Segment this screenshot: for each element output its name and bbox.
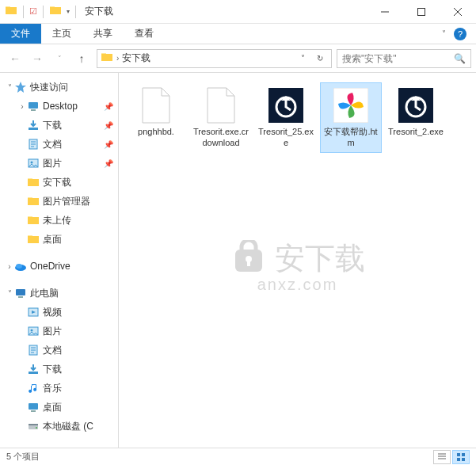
file-label: Tresorit.exe.crdownload <box>192 126 249 149</box>
search-input[interactable] <box>342 53 454 64</box>
chevron-down-icon[interactable]: ˅ <box>5 83 14 92</box>
folder-icon <box>27 214 40 227</box>
qat-check-icon[interactable]: ☑ <box>29 6 37 17</box>
sidebar-item[interactable]: 文档📌 <box>0 135 118 154</box>
address-bar[interactable]: › 安下载 ˅ ↻ <box>97 49 332 68</box>
file-item[interactable]: 安下载帮助.htm <box>320 82 382 153</box>
chevron-right-icon[interactable]: › <box>5 262 14 271</box>
address-segment[interactable]: 安下载 <box>122 51 150 65</box>
search-icon[interactable]: 🔍 <box>454 53 466 64</box>
content-area[interactable]: pnghhbd.Tresorit.exe.crdownloadTresorit_… <box>119 73 476 448</box>
svg-rect-31 <box>462 453 465 456</box>
tab-file[interactable]: 文件 <box>0 24 41 44</box>
pictures-icon <box>27 157 40 170</box>
watermark: 安下载 anxz.com <box>230 238 365 294</box>
sidebar-item[interactable]: 图片 <box>0 322 118 341</box>
svg-point-14 <box>31 330 33 332</box>
titlebar-left: ☑ ▾ 安下载 <box>0 4 113 20</box>
file-icon <box>267 86 305 124</box>
sidebar-this-pc[interactable]: ˅ 此电脑 <box>0 284 118 303</box>
qat-dropdown-icon[interactable]: ▾ <box>67 8 70 15</box>
tab-share[interactable]: 共享 <box>82 24 124 44</box>
sidebar-item-label: 下载 <box>43 119 62 132</box>
svg-marker-1 <box>15 82 26 93</box>
file-icon <box>332 86 370 124</box>
watermark-sub: anxz.com <box>257 276 338 294</box>
sidebar-item[interactable]: 桌面 <box>0 230 118 249</box>
up-button[interactable]: ↑ <box>71 48 92 69</box>
details-view-button[interactable] <box>433 450 451 464</box>
sidebar-item[interactable]: 本地磁盘 (C <box>0 417 118 436</box>
sidebar-item[interactable]: 桌面 <box>0 398 118 417</box>
chevron-right-icon[interactable]: › <box>17 102 27 111</box>
sidebar-item[interactable]: 下载📌 <box>0 116 118 135</box>
sidebar-item[interactable]: 图片📌 <box>0 154 118 173</box>
sidebar-item[interactable]: 安下载 <box>0 173 118 192</box>
sidebar-item-label: 文档 <box>43 344 62 357</box>
sidebar-item[interactable]: 视频 <box>0 303 118 322</box>
forward-button[interactable]: → <box>27 48 48 69</box>
sidebar-item-label: 未上传 <box>43 214 71 227</box>
onedrive-icon <box>14 260 27 273</box>
search-box[interactable]: 🔍 <box>337 49 471 68</box>
music-icon <box>27 382 40 394</box>
refresh-icon[interactable]: ↻ <box>312 51 328 67</box>
svg-point-21 <box>36 427 37 429</box>
sidebar-item[interactable]: 文档 <box>0 341 118 360</box>
sidebar-item-label: 本地磁盘 (C <box>43 420 93 433</box>
recent-dropdown[interactable]: ˅ <box>49 48 70 69</box>
file-icon <box>202 86 240 124</box>
chevron-down-icon[interactable]: ˅ <box>5 289 14 298</box>
file-label: pnghhbd. <box>138 126 174 137</box>
file-item[interactable]: pnghhbd. <box>125 82 187 153</box>
tab-view[interactable]: 查看 <box>124 24 165 44</box>
nav-row: ← → ˅ ↑ › 安下载 ˅ ↻ 🔍 <box>0 44 476 73</box>
svg-rect-3 <box>31 109 36 111</box>
maximize-button[interactable] <box>403 0 440 24</box>
sidebar-onedrive[interactable]: › OneDrive <box>0 257 118 276</box>
file-item[interactable]: Tresorit_25.exe <box>255 82 317 153</box>
pin-icon: 📌 <box>104 121 113 130</box>
sidebar-item-label: 桌面 <box>43 233 62 246</box>
svg-rect-16 <box>29 372 38 374</box>
svg-rect-30 <box>457 453 460 456</box>
svg-rect-11 <box>18 296 23 298</box>
documents-icon <box>27 344 40 356</box>
help-icon[interactable]: ? <box>454 28 466 40</box>
this-pc-icon <box>14 287 27 299</box>
sidebar-item[interactable]: 下载 <box>0 360 118 379</box>
file-icon <box>397 86 435 124</box>
sidebar-quick-access[interactable]: ˅ 快速访问 <box>0 78 118 97</box>
close-button[interactable] <box>440 0 476 24</box>
address-dropdown-icon[interactable]: ˅ <box>295 51 310 67</box>
svg-point-9 <box>16 264 22 269</box>
chevron-right-icon[interactable]: › <box>116 54 119 63</box>
folder-icon <box>5 4 17 20</box>
ribbon-right: ˅ ? <box>442 24 476 44</box>
svg-rect-18 <box>31 410 36 412</box>
sidebar-item-label: 下载 <box>43 363 62 376</box>
sidebar-label: 此电脑 <box>30 287 59 300</box>
folder-icon <box>27 233 40 246</box>
desktop-icon <box>27 401 40 414</box>
separator <box>75 6 76 18</box>
window-controls <box>367 0 476 24</box>
back-button[interactable]: ← <box>5 48 25 69</box>
file-item[interactable]: Tresorit.exe.crdownload <box>190 82 252 153</box>
sidebar-item[interactable]: ›Desktop📌 <box>0 97 118 116</box>
svg-point-28 <box>246 256 252 262</box>
sidebar-item-label: 文档 <box>43 138 62 151</box>
file-label: 安下载帮助.htm <box>322 126 379 149</box>
icons-view-button[interactable] <box>452 450 470 464</box>
body-area: ˅ 快速访问 ›Desktop📌 下载📌 文档📌 图片📌 安下载 图片管理器 未… <box>0 73 476 448</box>
sidebar-item[interactable]: 图片管理器 <box>0 192 118 211</box>
sidebar-item[interactable]: 未上传 <box>0 211 118 230</box>
sidebar-item-label: 图片 <box>43 157 62 170</box>
minimize-button[interactable] <box>367 0 403 24</box>
sidebar: ˅ 快速访问 ›Desktop📌 下载📌 文档📌 图片📌 安下载 图片管理器 未… <box>0 73 119 448</box>
sidebar-item[interactable]: 音乐 <box>0 379 118 398</box>
file-item[interactable]: Tresorit_2.exe <box>385 82 447 153</box>
ribbon-expand-icon[interactable]: ˅ <box>442 29 446 38</box>
pin-icon: 📌 <box>104 140 113 149</box>
tab-home[interactable]: 主页 <box>41 24 82 44</box>
